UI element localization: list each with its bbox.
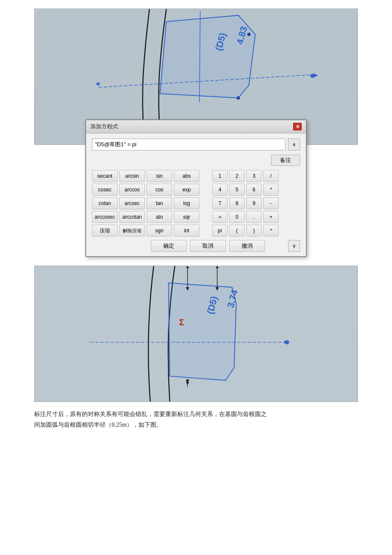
dialog-close-button[interactable]: ✕ xyxy=(293,123,302,130)
num-button-5[interactable]: 5 xyxy=(229,184,245,196)
keypad-area: secantarcsinsinabscosecarccoscosexpcotan… xyxy=(92,170,300,237)
num-button-_[interactable]: = xyxy=(212,211,228,223)
bottom-cad-image: Σ (D5) 3.74 xyxy=(34,266,358,402)
notes-button[interactable]: 备注 xyxy=(271,155,300,166)
num-button-pi[interactable]: pi xyxy=(212,225,228,237)
function-buttons-grid: secantarcsinsinabscosecarccoscosexpcotan… xyxy=(92,170,199,237)
cancel-button[interactable]: 取消 xyxy=(190,240,226,252)
num-button-_[interactable]: . xyxy=(246,211,262,223)
num-button-_[interactable]: ^ xyxy=(263,225,279,237)
num-button-_[interactable]: ( xyxy=(229,225,245,237)
func-button-arccotan[interactable]: arccotan xyxy=(119,211,145,223)
number-buttons-grid: 123/456*789-=0.+pi()^ xyxy=(212,170,279,237)
undo-button[interactable]: 撤消 xyxy=(229,240,265,252)
func-button-cos[interactable]: cos xyxy=(147,184,172,196)
num-button-2[interactable]: 2 xyxy=(229,170,245,182)
func-button-int[interactable]: int xyxy=(174,225,199,237)
add-equation-dialog: 添加方程式 ✕ ∧ 备注 secantarcsinsinabscosecarcc… xyxy=(85,119,307,257)
func-button-arcsin[interactable]: arcsin xyxy=(119,170,145,182)
bottom-text-line1: 标注尺寸后，原有的对称关系有可能会错乱，需要重新标注几何关系，在基圆与齿根圆之 xyxy=(34,411,267,417)
func-button-atn[interactable]: atn xyxy=(147,211,172,223)
formula-input[interactable] xyxy=(92,139,285,150)
num-button-6[interactable]: 6 xyxy=(246,184,262,196)
func-button-cosec[interactable]: cosec xyxy=(92,184,118,196)
func-button-解除压缩[interactable]: 解除压缩 xyxy=(119,225,145,237)
func-button-tan[interactable]: tan xyxy=(147,197,172,209)
func-button-sqr[interactable]: sqr xyxy=(174,211,199,223)
func-button-secant[interactable]: secant xyxy=(92,170,118,182)
dialog-titlebar: 添加方程式 ✕ xyxy=(86,120,306,133)
num-button-_[interactable]: + xyxy=(263,211,279,223)
num-button-3[interactable]: 3 xyxy=(246,170,262,182)
formula-collapse-button[interactable]: ∧ xyxy=(288,139,300,150)
action-row: 确定 取消 撤消 ∨ xyxy=(92,240,300,252)
num-button-7[interactable]: 7 xyxy=(212,197,228,209)
ok-button[interactable]: 确定 xyxy=(151,240,187,252)
func-button-压缩[interactable]: 压缩 xyxy=(92,225,118,237)
func-button-arccosec[interactable]: arccosec xyxy=(92,211,118,223)
svg-text:Σ: Σ xyxy=(179,318,184,327)
svg-point-7 xyxy=(247,33,251,36)
page-content: (D5) 4.83 添加方程式 ✕ ∧ xyxy=(13,9,379,430)
dialog-body: ∧ 备注 secantarcsinsinabscosecarccoscosexp… xyxy=(86,133,306,256)
num-button-_[interactable]: - xyxy=(263,197,279,209)
notes-row: 备注 xyxy=(92,155,300,166)
dialog-title: 添加方程式 xyxy=(90,123,118,130)
num-button-_[interactable]: / xyxy=(263,170,279,182)
func-button-sgn[interactable]: sgn xyxy=(147,225,172,237)
func-button-cotan[interactable]: cotan xyxy=(92,197,118,209)
num-button-9[interactable]: 9 xyxy=(246,197,262,209)
func-button-sin[interactable]: sin xyxy=(147,170,172,182)
scroll-down-button[interactable]: ∨ xyxy=(288,240,300,252)
func-button-log[interactable]: log xyxy=(174,197,199,209)
svg-point-25 xyxy=(285,340,289,344)
bottom-text-line2: 间加圆弧与齿根圆相切半径（0.25m），如下图。 xyxy=(34,422,162,428)
num-button-8[interactable]: 8 xyxy=(229,197,245,209)
func-button-abs[interactable]: abs xyxy=(174,170,199,182)
func-button-exp[interactable]: exp xyxy=(174,184,199,196)
num-button-0[interactable]: 0 xyxy=(229,211,245,223)
svg-point-9 xyxy=(310,74,314,78)
func-button-arcsec[interactable]: arcsec xyxy=(119,197,145,209)
svg-point-8 xyxy=(236,96,240,100)
num-button-1[interactable]: 1 xyxy=(212,170,228,182)
num-button-4[interactable]: 4 xyxy=(212,184,228,196)
bottom-text-block: 标注尺寸后，原有的对称关系有可能会错乱，需要重新标注几何关系，在基圆与齿根圆之 … xyxy=(34,409,358,430)
dialog-wrapper: 添加方程式 ✕ ∧ 备注 secantarcsinsinabscosecarcc… xyxy=(34,145,358,257)
num-button-_[interactable]: ) xyxy=(246,225,262,237)
formula-input-row: ∧ xyxy=(92,139,300,150)
num-button-_[interactable]: * xyxy=(263,184,279,196)
func-button-arccos[interactable]: arccos xyxy=(119,184,145,196)
